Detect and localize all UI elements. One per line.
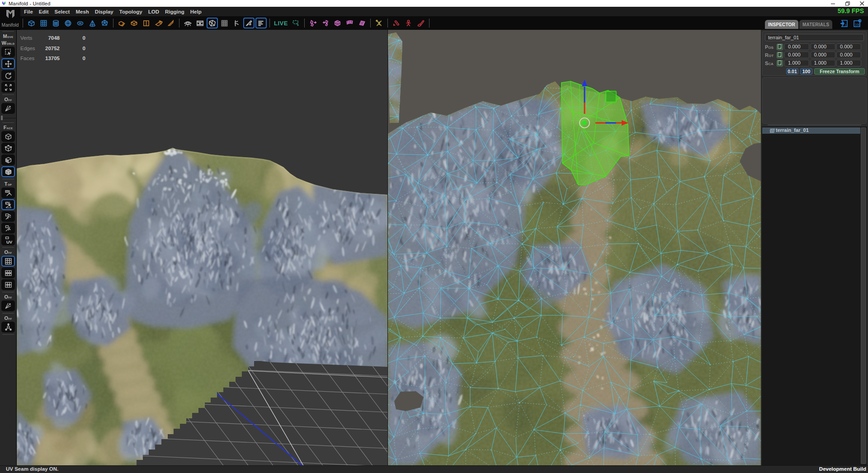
svg-text:100: 100	[855, 23, 860, 26]
svg-text:UV: UV	[6, 239, 13, 244]
svg-text:1: 1	[845, 23, 847, 27]
